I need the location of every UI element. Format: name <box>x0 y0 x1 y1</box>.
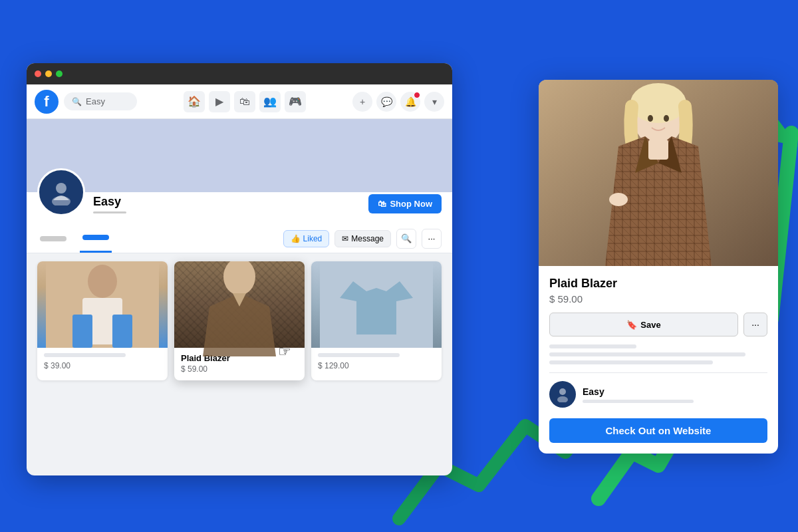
fb-search-bar[interactable]: 🔍 Easy <box>64 92 137 110</box>
tab-2[interactable] <box>80 224 112 253</box>
fb-page-avatar <box>37 168 85 216</box>
svg-point-1 <box>56 183 66 194</box>
save-label: Save <box>640 320 660 330</box>
svg-point-21 <box>559 388 566 395</box>
svg-point-18 <box>609 193 628 206</box>
product-info-3: $ 129.00 <box>311 348 442 377</box>
product3-price-bar <box>318 353 400 357</box>
search-tab-button[interactable]: 🔍 <box>396 229 416 249</box>
product3-price: $ 129.00 <box>318 361 435 370</box>
messenger-icon[interactable]: 💬 <box>376 92 396 112</box>
fb-navbar: f 🔍 Easy 🏠 ▶ 🛍 👥 🎮 + 💬 🔔 ▾ <box>27 84 452 119</box>
fb-product-grid: $ 39.00 Plaid Blazer $ 59.00 ☞ <box>27 253 452 388</box>
fb-page-underline <box>93 211 126 213</box>
fb-logo-icon[interactable]: f <box>35 90 59 114</box>
svg-point-4 <box>88 265 117 298</box>
groups-icon[interactable]: 👥 <box>259 91 281 112</box>
product-image-1 <box>37 261 168 348</box>
svg-rect-7 <box>112 315 132 348</box>
chevron-down-icon[interactable]: ▾ <box>424 92 444 112</box>
shop-now-label: Shop Now <box>390 199 432 209</box>
browser-window: f 🔍 Easy 🏠 ▶ 🛍 👥 🎮 + 💬 🔔 ▾ <box>27 63 452 475</box>
detail-info: Plaid Blazer $ 59.00 🔖 Save ··· <box>539 266 778 454</box>
product1-price: $ 39.00 <box>44 361 161 370</box>
shop-icon: 🛍 <box>378 199 386 209</box>
detail-price: $ 59.00 <box>549 293 767 305</box>
seller-line <box>583 400 694 403</box>
fb-tab-actions: 👍 Liked ✉ Message 🔍 ··· <box>283 229 442 249</box>
svg-point-22 <box>557 396 568 402</box>
svg-point-20 <box>664 115 669 122</box>
desc-line-3 <box>549 360 713 364</box>
fb-profile-section: Easy 🛍 Shop Now <box>27 192 452 224</box>
fb-tabs: 👍 Liked ✉ Message 🔍 ··· <box>27 224 452 253</box>
detail-image <box>539 80 778 266</box>
thumbs-up-icon: 👍 <box>291 234 301 243</box>
product-info-1: $ 39.00 <box>37 348 168 377</box>
product-image-2 <box>174 261 305 348</box>
fb-nav-right: + 💬 🔔 ▾ <box>352 92 444 112</box>
liked-label: Liked <box>303 234 323 243</box>
fb-page-name: Easy <box>93 195 360 209</box>
product-card-1[interactable]: $ 39.00 <box>37 261 168 380</box>
seller-info: Easy <box>583 386 767 403</box>
detail-description <box>549 344 767 364</box>
seller-name: Easy <box>583 386 767 397</box>
video-icon[interactable]: ▶ <box>209 91 230 112</box>
desc-line-1 <box>549 344 636 348</box>
more-options-button[interactable]: ··· <box>743 313 767 336</box>
checkout-label: Check Out on Website <box>606 425 712 436</box>
dot-green <box>56 70 63 77</box>
browser-titlebar <box>27 63 452 84</box>
svg-rect-17 <box>648 140 668 160</box>
svg-point-16 <box>630 83 686 123</box>
more-tab-button[interactable]: ··· <box>422 229 442 249</box>
svg-point-8 <box>223 261 255 295</box>
gaming-icon[interactable]: 🎮 <box>285 91 306 112</box>
tab1-line <box>40 236 66 241</box>
more-icon: ··· <box>751 319 759 330</box>
message-label: Message <box>351 234 384 243</box>
product-card-2[interactable]: Plaid Blazer $ 59.00 ☞ <box>174 261 305 380</box>
save-button[interactable]: 🔖 Save <box>549 313 738 336</box>
desc-line-2 <box>549 352 745 356</box>
message-button[interactable]: ✉ Message <box>334 230 391 247</box>
product-image-3 <box>311 261 442 348</box>
product-detail-panel: Plaid Blazer $ 59.00 🔖 Save ··· <box>539 80 778 454</box>
dot-red <box>35 70 41 77</box>
fb-cover-photo <box>27 119 452 192</box>
liked-button[interactable]: 👍 Liked <box>283 230 330 247</box>
notification-dot <box>414 92 420 98</box>
svg-rect-6 <box>72 315 92 348</box>
detail-product-name: Plaid Blazer <box>549 277 767 291</box>
fb-nav-icons: 🏠 ▶ 🛍 👥 🎮 <box>142 91 347 112</box>
shop-now-button[interactable]: 🛍 Shop Now <box>368 194 442 213</box>
add-btn[interactable]: + <box>352 92 372 112</box>
detail-actions: 🔖 Save ··· <box>549 313 767 336</box>
tab2-line <box>82 235 109 240</box>
checkout-button[interactable]: Check Out on Website <box>549 418 767 443</box>
tab-1[interactable] <box>37 224 69 253</box>
store-icon[interactable]: 🛍 <box>234 91 255 112</box>
fb-profile-info: Easy <box>93 195 360 216</box>
product2-price: $ 59.00 <box>181 364 298 374</box>
home-icon[interactable]: 🏠 <box>184 91 205 112</box>
search-icon: 🔍 <box>72 97 82 106</box>
svg-point-19 <box>648 115 653 122</box>
woman-figure <box>539 80 778 266</box>
seller-avatar <box>549 381 576 408</box>
message-icon: ✉ <box>342 234 348 243</box>
search-text: Easy <box>86 96 105 106</box>
notification-btn[interactable]: 🔔 <box>400 92 420 112</box>
product-card-3[interactable]: $ 129.00 <box>311 261 442 380</box>
dot-yellow <box>45 70 52 77</box>
product1-price-bar <box>44 353 126 357</box>
detail-seller: Easy <box>549 372 767 408</box>
bookmark-icon: 🔖 <box>626 320 637 330</box>
